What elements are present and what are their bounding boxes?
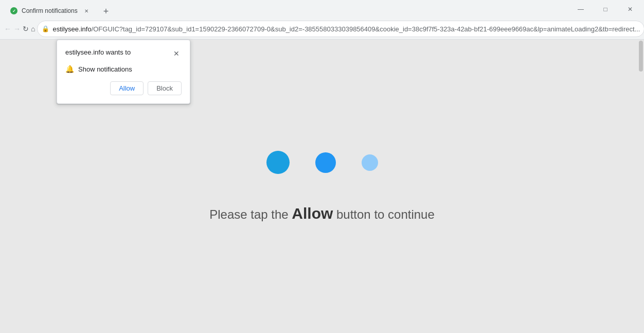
back-button[interactable]: ← bbox=[4, 21, 11, 37]
notification-popup: estilysee.info wants to ✕ 🔔 Show notific… bbox=[57, 40, 190, 104]
instruction-suffix: button to continue bbox=[336, 207, 435, 221]
active-tab[interactable]: ✓ Confirm notifications ✕ bbox=[4, 3, 97, 19]
tab-favicon: ✓ bbox=[10, 7, 17, 14]
tab-title: Confirm notifications bbox=[22, 7, 78, 14]
browser-chrome: ✓ Confirm notifications ✕ + — □ ✕ ← → ↻ bbox=[0, 0, 644, 40]
instruction-text: Please tap the Allow button to continue bbox=[209, 205, 435, 222]
popup-header: estilysee.info wants to ✕ bbox=[65, 48, 182, 59]
address-path: /OFGUIC?tag_id=729107&sub_id1=1590229-23… bbox=[92, 25, 640, 33]
scrollbar[interactable] bbox=[638, 40, 644, 333]
minimize-button[interactable]: — bbox=[569, 0, 593, 19]
loading-animation bbox=[266, 151, 378, 174]
page-content: estilysee.info wants to ✕ 🔔 Show notific… bbox=[0, 40, 644, 333]
instruction-prefix: Please tap the bbox=[209, 207, 288, 221]
block-button[interactable]: Block bbox=[148, 81, 182, 95]
popup-permission-row: 🔔 Show notifications bbox=[65, 65, 182, 73]
forward-button[interactable]: → bbox=[13, 21, 21, 37]
home-button[interactable]: ⌂ bbox=[31, 21, 35, 37]
loading-dot-3 bbox=[362, 154, 378, 171]
loading-dot-2 bbox=[315, 152, 336, 173]
address-domain: estilysee.info bbox=[52, 25, 91, 33]
address-text: estilysee.info/OFGUIC?tag_id=729107&sub_… bbox=[52, 25, 640, 33]
allow-button[interactable]: Allow bbox=[110, 81, 144, 95]
popup-buttons: Allow Block bbox=[65, 81, 182, 95]
loading-dot-1 bbox=[266, 151, 290, 174]
popup-site-title: estilysee.info wants to bbox=[65, 48, 131, 56]
navigation-bar: ← → ↻ ⌂ 🔒 estilysee.info/OFGUIC?tag_id=7… bbox=[0, 19, 644, 39]
refresh-button[interactable]: ↻ bbox=[23, 21, 29, 37]
instruction-highlight-word: Allow bbox=[292, 205, 333, 222]
permission-label: Show notifications bbox=[78, 65, 132, 73]
close-button[interactable]: ✕ bbox=[618, 0, 642, 19]
tab-close-button[interactable]: ✕ bbox=[82, 7, 91, 15]
window-controls: — □ ✕ bbox=[569, 0, 644, 19]
bell-icon: 🔔 bbox=[65, 65, 74, 73]
new-tab-button[interactable]: + bbox=[99, 4, 113, 19]
lock-icon: 🔒 bbox=[42, 25, 49, 32]
tab-bar: ✓ Confirm notifications ✕ + — □ ✕ bbox=[0, 0, 644, 19]
maximize-button[interactable]: □ bbox=[594, 0, 617, 19]
scrollbar-thumb[interactable] bbox=[639, 41, 643, 72]
popup-close-button[interactable]: ✕ bbox=[171, 48, 182, 59]
address-bar[interactable]: 🔒 estilysee.info/OFGUIC?tag_id=729107&su… bbox=[37, 21, 644, 37]
